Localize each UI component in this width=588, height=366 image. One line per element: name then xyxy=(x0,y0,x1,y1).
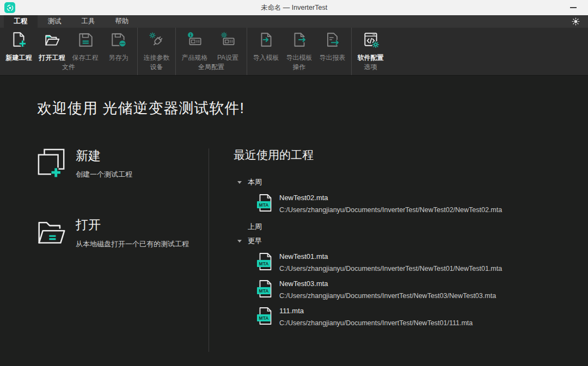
save-as-label: 另存为 xyxy=(109,53,128,63)
save-project-label: 保存工程 xyxy=(72,53,99,63)
app-window: 未命名 — InverterTest 工程测试工具帮助 新建工程打开工程保存工程… xyxy=(0,0,588,366)
software-config-icon xyxy=(362,31,379,48)
recent-file-name: NewTest01.mta xyxy=(279,252,502,260)
ribbon-group-operations: 导入模板导出模板导出报表操作 xyxy=(247,28,352,75)
minimize-button[interactable] xyxy=(564,0,583,15)
recent-section-earlier[interactable]: 更早 xyxy=(234,234,588,247)
pa-settings-label: PA设置 xyxy=(217,53,238,63)
new-action-title: 新建 xyxy=(76,149,132,163)
ribbon-toolbar: 新建工程打开工程保存工程另存为文件连接参数设备产品规格PA设置全局配置导入模板导… xyxy=(0,28,588,76)
tab-test[interactable]: 测试 xyxy=(38,15,71,28)
recent-section-this-week[interactable]: 本周 xyxy=(234,176,588,189)
pa-settings-icon xyxy=(219,31,237,48)
export-report-icon xyxy=(324,31,341,48)
tab-help[interactable]: 帮助 xyxy=(105,15,139,28)
main-content: 欢迎使用 光储逆变器测试软件! 新建 创建一个测试工程 打开 从本地磁盘打开一个… xyxy=(0,76,588,366)
open-project-button[interactable]: 打开工程 xyxy=(35,31,69,63)
ribbon-group-options: 软件配置选项 xyxy=(352,28,389,75)
ribbon-tab-bar: 工程测试工具帮助 xyxy=(0,15,588,28)
recent-file-name: NewTest02.mta xyxy=(279,194,502,202)
chevron-down-icon xyxy=(234,240,248,243)
recent-file-path: C:/Users/zhangjianyu/Documents/InvertTes… xyxy=(279,319,473,327)
app-logo-icon xyxy=(4,2,15,13)
product-spec-icon xyxy=(186,31,204,48)
recent-file-item[interactable]: MTANewTest01.mtaC:/Users/zhangjianyu/Doc… xyxy=(256,252,588,272)
mta-file-icon: MTA xyxy=(256,306,274,326)
new-project-icon xyxy=(10,31,28,48)
new-project-label: 新建工程 xyxy=(6,53,32,63)
ribbon-group-label-options: 选项 xyxy=(354,63,387,75)
recent-section-label: 本周 xyxy=(248,177,262,187)
import-template-label: 导入模板 xyxy=(253,53,279,63)
ribbon-group-label-global-config: 全局配置 xyxy=(178,63,244,75)
ribbon-group-label-file: 文件 xyxy=(2,63,135,75)
save-project-button: 保存工程 xyxy=(69,31,102,63)
export-report-button: 导出报表 xyxy=(316,31,349,63)
save-project-icon xyxy=(77,31,94,48)
recent-section-label: 上周 xyxy=(248,222,262,232)
ribbon-group-file: 新建工程打开工程保存工程另存为文件 xyxy=(0,28,138,75)
connection-params-label: 连接参数 xyxy=(144,53,170,63)
recent-projects-tree: 本周MTANewTest02.mtaC:/Users/zhangjianyu/D… xyxy=(234,176,588,327)
recent-file-item[interactable]: MTANewTest03.mtaC:/Users/zhangjianyu/Doc… xyxy=(256,279,588,300)
export-template-button: 导出模板 xyxy=(283,31,316,63)
chevron-down-icon xyxy=(234,181,248,184)
ribbon-group-device: 连接参数设备 xyxy=(138,28,176,75)
title-bar: 未命名 — InverterTest xyxy=(0,0,588,15)
pa-settings-button: PA设置 xyxy=(211,31,244,63)
ribbon-group-global-config: 产品规格PA设置全局配置 xyxy=(176,28,247,75)
new-action-subtitle: 创建一个测试工程 xyxy=(76,170,132,179)
export-report-label: 导出报表 xyxy=(320,53,346,63)
mta-file-icon: MTA xyxy=(256,252,274,271)
tab-project[interactable]: 工程 xyxy=(4,15,38,28)
new-project-button[interactable]: 新建工程 xyxy=(2,31,35,63)
minimize-icon xyxy=(570,7,577,8)
recent-file-name: NewTest03.mta xyxy=(279,280,496,288)
recent-section-last-week[interactable]: 上周 xyxy=(234,220,588,233)
product-spec-button: 产品规格 xyxy=(178,31,211,63)
quick-actions: 新建 创建一个测试工程 打开 从本地磁盘打开一个已有的测试工程 xyxy=(37,147,209,286)
recent-file-item[interactable]: MTANewTest02.mtaC:/Users/zhangjianyu/Doc… xyxy=(256,193,588,214)
recent-file-path: C:/Users/zhangjianyu/Documents/InverterT… xyxy=(279,206,502,214)
recent-file-path: C:/Users/zhangjianyu/Documents/InvertTes… xyxy=(279,292,496,300)
open-action-title: 打开 xyxy=(76,218,189,232)
recent-file-name: 111.mta xyxy=(279,307,473,315)
software-config-label: 软件配置 xyxy=(358,53,384,63)
recent-file-path: C:/Users/zhangjianyu/Documents/InverterT… xyxy=(279,265,502,272)
save-as-icon xyxy=(110,31,127,48)
save-as-button: 另存为 xyxy=(102,31,135,63)
export-template-icon xyxy=(291,31,308,48)
recent-section-label: 更早 xyxy=(248,236,262,246)
mta-file-icon: MTA xyxy=(256,279,274,299)
open-project-action[interactable]: 打开 从本地磁盘打开一个已有的测试工程 xyxy=(37,216,209,249)
import-template-button: 导入模板 xyxy=(249,31,283,63)
new-project-action[interactable]: 新建 创建一个测试工程 xyxy=(37,147,209,179)
mta-file-icon: MTA xyxy=(256,193,274,213)
open-project-label: 打开工程 xyxy=(39,53,65,63)
welcome-heading: 欢迎使用 光储逆变器测试软件! xyxy=(37,98,588,118)
connection-params-button: 连接参数 xyxy=(140,31,173,63)
export-template-label: 导出模板 xyxy=(286,53,313,63)
software-config-button[interactable]: 软件配置 xyxy=(354,31,387,63)
mta-badge-label: MTA xyxy=(257,314,271,321)
theme-toggle-button[interactable] xyxy=(568,15,583,28)
recent-file-item[interactable]: MTA111.mtaC:/Users/zhangjianyu/Documents… xyxy=(256,306,588,327)
mta-badge-label: MTA xyxy=(257,287,271,294)
product-spec-label: 产品规格 xyxy=(182,53,208,63)
window-title: 未命名 — InverterTest xyxy=(261,3,327,13)
sun-icon xyxy=(572,17,580,26)
mta-badge-label: MTA xyxy=(257,201,271,208)
tab-tools[interactable]: 工具 xyxy=(71,15,105,28)
open-project-icon xyxy=(44,31,61,48)
open-action-subtitle: 从本地磁盘打开一个已有的测试工程 xyxy=(76,239,189,249)
recent-projects-heading: 最近使用的工程 xyxy=(234,147,588,163)
connection-params-icon xyxy=(148,31,166,48)
recent-projects-panel: 最近使用的工程 本周MTANewTest02.mtaC:/Users/zhang… xyxy=(209,147,588,333)
import-template-icon xyxy=(258,31,275,48)
mta-badge-label: MTA xyxy=(257,260,271,267)
open-project-big-icon xyxy=(37,216,66,248)
ribbon-group-label-operations: 操作 xyxy=(249,63,349,75)
new-project-big-icon xyxy=(37,147,66,179)
ribbon-group-label-device: 设备 xyxy=(140,63,173,75)
